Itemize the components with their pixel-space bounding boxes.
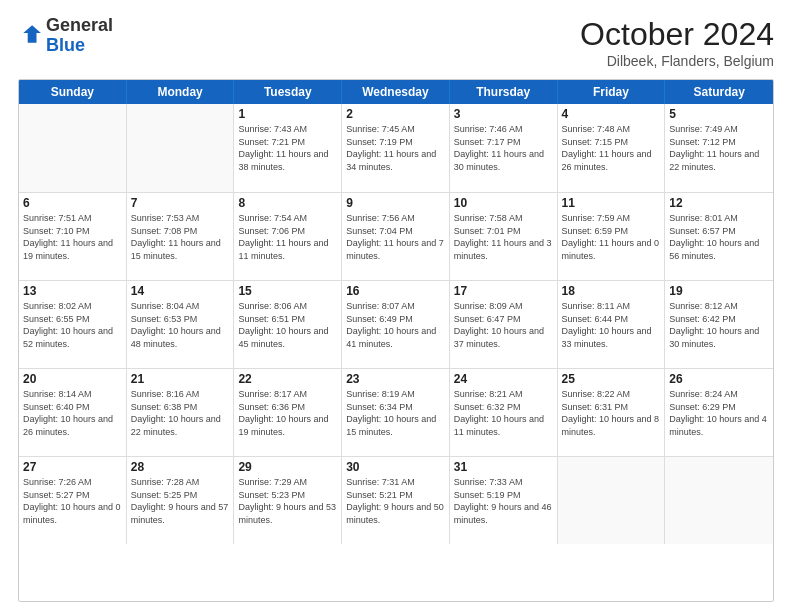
- day-number: 30: [346, 460, 445, 474]
- header-day-thursday: Thursday: [450, 80, 558, 104]
- calendar-cell: 3Sunrise: 7:46 AMSunset: 7:17 PMDaylight…: [450, 104, 558, 192]
- day-number: 19: [669, 284, 769, 298]
- day-number: 26: [669, 372, 769, 386]
- day-info: Sunrise: 8:07 AMSunset: 6:49 PMDaylight:…: [346, 300, 445, 350]
- calendar-cell: 28Sunrise: 7:28 AMSunset: 5:25 PMDayligh…: [127, 457, 235, 544]
- logo-text: General Blue: [46, 16, 113, 56]
- day-number: 18: [562, 284, 661, 298]
- day-number: 14: [131, 284, 230, 298]
- day-number: 29: [238, 460, 337, 474]
- day-number: 11: [562, 196, 661, 210]
- day-info: Sunrise: 8:12 AMSunset: 6:42 PMDaylight:…: [669, 300, 769, 350]
- calendar-cell: 18Sunrise: 8:11 AMSunset: 6:44 PMDayligh…: [558, 281, 666, 368]
- day-info: Sunrise: 7:51 AMSunset: 7:10 PMDaylight:…: [23, 212, 122, 262]
- day-number: 23: [346, 372, 445, 386]
- day-number: 24: [454, 372, 553, 386]
- header-day-tuesday: Tuesday: [234, 80, 342, 104]
- calendar-week-1: 1Sunrise: 7:43 AMSunset: 7:21 PMDaylight…: [19, 104, 773, 192]
- day-info: Sunrise: 7:33 AMSunset: 5:19 PMDaylight:…: [454, 476, 553, 526]
- day-number: 31: [454, 460, 553, 474]
- day-info: Sunrise: 8:14 AMSunset: 6:40 PMDaylight:…: [23, 388, 122, 438]
- day-info: Sunrise: 7:53 AMSunset: 7:08 PMDaylight:…: [131, 212, 230, 262]
- logo: General Blue: [18, 16, 113, 56]
- day-info: Sunrise: 8:04 AMSunset: 6:53 PMDaylight:…: [131, 300, 230, 350]
- day-info: Sunrise: 7:56 AMSunset: 7:04 PMDaylight:…: [346, 212, 445, 262]
- calendar-week-5: 27Sunrise: 7:26 AMSunset: 5:27 PMDayligh…: [19, 456, 773, 544]
- day-number: 4: [562, 107, 661, 121]
- svg-marker-0: [23, 25, 41, 43]
- day-info: Sunrise: 7:46 AMSunset: 7:17 PMDaylight:…: [454, 123, 553, 173]
- day-info: Sunrise: 7:54 AMSunset: 7:06 PMDaylight:…: [238, 212, 337, 262]
- calendar-cell: [665, 457, 773, 544]
- title-block: October 2024 Dilbeek, Flanders, Belgium: [580, 16, 774, 69]
- day-info: Sunrise: 7:48 AMSunset: 7:15 PMDaylight:…: [562, 123, 661, 173]
- day-info: Sunrise: 7:59 AMSunset: 6:59 PMDaylight:…: [562, 212, 661, 262]
- day-number: 12: [669, 196, 769, 210]
- calendar-cell: 15Sunrise: 8:06 AMSunset: 6:51 PMDayligh…: [234, 281, 342, 368]
- calendar-cell: 13Sunrise: 8:02 AMSunset: 6:55 PMDayligh…: [19, 281, 127, 368]
- day-info: Sunrise: 8:02 AMSunset: 6:55 PMDaylight:…: [23, 300, 122, 350]
- day-number: 16: [346, 284, 445, 298]
- day-info: Sunrise: 7:29 AMSunset: 5:23 PMDaylight:…: [238, 476, 337, 526]
- calendar-cell: 21Sunrise: 8:16 AMSunset: 6:38 PMDayligh…: [127, 369, 235, 456]
- day-info: Sunrise: 7:28 AMSunset: 5:25 PMDaylight:…: [131, 476, 230, 526]
- day-number: 5: [669, 107, 769, 121]
- calendar-body: 1Sunrise: 7:43 AMSunset: 7:21 PMDaylight…: [19, 104, 773, 544]
- day-info: Sunrise: 8:16 AMSunset: 6:38 PMDaylight:…: [131, 388, 230, 438]
- logo-blue: Blue: [46, 35, 85, 55]
- calendar-week-3: 13Sunrise: 8:02 AMSunset: 6:55 PMDayligh…: [19, 280, 773, 368]
- calendar-cell: 8Sunrise: 7:54 AMSunset: 7:06 PMDaylight…: [234, 193, 342, 280]
- header-day-saturday: Saturday: [665, 80, 773, 104]
- header-day-wednesday: Wednesday: [342, 80, 450, 104]
- day-info: Sunrise: 8:17 AMSunset: 6:36 PMDaylight:…: [238, 388, 337, 438]
- day-number: 2: [346, 107, 445, 121]
- day-info: Sunrise: 8:01 AMSunset: 6:57 PMDaylight:…: [669, 212, 769, 262]
- day-info: Sunrise: 8:06 AMSunset: 6:51 PMDaylight:…: [238, 300, 337, 350]
- day-number: 10: [454, 196, 553, 210]
- calendar-cell: 9Sunrise: 7:56 AMSunset: 7:04 PMDaylight…: [342, 193, 450, 280]
- calendar-cell: 24Sunrise: 8:21 AMSunset: 6:32 PMDayligh…: [450, 369, 558, 456]
- day-number: 8: [238, 196, 337, 210]
- day-number: 20: [23, 372, 122, 386]
- calendar-cell: 5Sunrise: 7:49 AMSunset: 7:12 PMDaylight…: [665, 104, 773, 192]
- calendar-cell: 12Sunrise: 8:01 AMSunset: 6:57 PMDayligh…: [665, 193, 773, 280]
- location-subtitle: Dilbeek, Flanders, Belgium: [580, 53, 774, 69]
- calendar-header: SundayMondayTuesdayWednesdayThursdayFrid…: [19, 80, 773, 104]
- day-number: 6: [23, 196, 122, 210]
- day-info: Sunrise: 7:26 AMSunset: 5:27 PMDaylight:…: [23, 476, 122, 526]
- calendar-cell: 26Sunrise: 8:24 AMSunset: 6:29 PMDayligh…: [665, 369, 773, 456]
- calendar-cell: 29Sunrise: 7:29 AMSunset: 5:23 PMDayligh…: [234, 457, 342, 544]
- page: General Blue October 2024 Dilbeek, Fland…: [0, 0, 792, 612]
- calendar-week-4: 20Sunrise: 8:14 AMSunset: 6:40 PMDayligh…: [19, 368, 773, 456]
- calendar-cell: 1Sunrise: 7:43 AMSunset: 7:21 PMDaylight…: [234, 104, 342, 192]
- day-number: 9: [346, 196, 445, 210]
- day-info: Sunrise: 8:11 AMSunset: 6:44 PMDaylight:…: [562, 300, 661, 350]
- day-number: 25: [562, 372, 661, 386]
- calendar-cell: 30Sunrise: 7:31 AMSunset: 5:21 PMDayligh…: [342, 457, 450, 544]
- calendar-cell: 20Sunrise: 8:14 AMSunset: 6:40 PMDayligh…: [19, 369, 127, 456]
- day-info: Sunrise: 8:22 AMSunset: 6:31 PMDaylight:…: [562, 388, 661, 438]
- calendar-cell: [127, 104, 235, 192]
- logo-general: General: [46, 15, 113, 35]
- day-info: Sunrise: 8:21 AMSunset: 6:32 PMDaylight:…: [454, 388, 553, 438]
- day-info: Sunrise: 8:19 AMSunset: 6:34 PMDaylight:…: [346, 388, 445, 438]
- calendar-cell: 14Sunrise: 8:04 AMSunset: 6:53 PMDayligh…: [127, 281, 235, 368]
- header: General Blue October 2024 Dilbeek, Fland…: [18, 16, 774, 69]
- day-number: 27: [23, 460, 122, 474]
- day-number: 28: [131, 460, 230, 474]
- calendar-cell: 31Sunrise: 7:33 AMSunset: 5:19 PMDayligh…: [450, 457, 558, 544]
- calendar-cell: 2Sunrise: 7:45 AMSunset: 7:19 PMDaylight…: [342, 104, 450, 192]
- calendar-cell: [558, 457, 666, 544]
- header-day-friday: Friday: [558, 80, 666, 104]
- calendar-cell: 7Sunrise: 7:53 AMSunset: 7:08 PMDaylight…: [127, 193, 235, 280]
- calendar-cell: 17Sunrise: 8:09 AMSunset: 6:47 PMDayligh…: [450, 281, 558, 368]
- day-number: 15: [238, 284, 337, 298]
- day-info: Sunrise: 7:31 AMSunset: 5:21 PMDaylight:…: [346, 476, 445, 526]
- day-info: Sunrise: 7:43 AMSunset: 7:21 PMDaylight:…: [238, 123, 337, 173]
- calendar-week-2: 6Sunrise: 7:51 AMSunset: 7:10 PMDaylight…: [19, 192, 773, 280]
- header-day-sunday: Sunday: [19, 80, 127, 104]
- calendar-cell: 4Sunrise: 7:48 AMSunset: 7:15 PMDaylight…: [558, 104, 666, 192]
- day-number: 1: [238, 107, 337, 121]
- month-title: October 2024: [580, 16, 774, 53]
- header-day-monday: Monday: [127, 80, 235, 104]
